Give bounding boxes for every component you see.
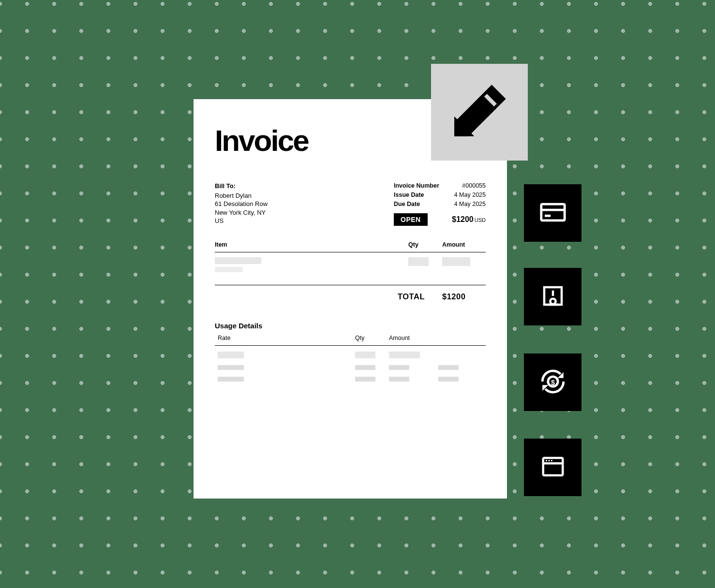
skeleton-placeholder xyxy=(355,352,375,358)
skeleton-placeholder xyxy=(438,377,459,382)
line-items-header: Item Qty Amount xyxy=(215,241,486,252)
total-label: TOTAL xyxy=(398,292,442,301)
skeleton-placeholder xyxy=(218,365,244,370)
status-badge: OPEN xyxy=(394,213,428,226)
usage-header-rate: Rate xyxy=(215,335,355,341)
amount-due-value: $1200 xyxy=(452,215,474,223)
application-window-icon xyxy=(540,454,566,482)
col-header-amount: Amount xyxy=(442,241,486,248)
invoice-number-value: #000055 xyxy=(462,182,486,190)
usage-row xyxy=(215,370,486,382)
edit-invoice-button[interactable] xyxy=(431,64,528,161)
line-item-row xyxy=(215,252,486,285)
skeleton-placeholder xyxy=(442,257,470,266)
svg-rect-0 xyxy=(541,204,564,220)
usage-header-amount: Amount xyxy=(389,335,486,341)
usage-row xyxy=(215,346,486,358)
invoice-meta-row: Bill To: Robert Dylan 61 Desolation Row … xyxy=(215,182,486,226)
amount-due: $1200USD xyxy=(452,215,486,224)
skeleton-placeholder xyxy=(389,365,409,370)
skeleton-placeholder xyxy=(355,377,375,382)
application-window-button[interactable] xyxy=(524,439,581,496)
bill-to-name: Robert Dylan xyxy=(215,191,268,200)
skeleton-placeholder xyxy=(215,257,261,264)
usage-header-qty: Qty xyxy=(355,335,389,341)
invoice-number-label: Invoice Number xyxy=(394,182,439,190)
invoice-meta-kv: Invoice Number#000055 Issue Date4 May 20… xyxy=(394,182,486,226)
bill-to-label: Bill To: xyxy=(215,182,268,191)
bank-building-icon xyxy=(540,283,566,311)
payment-card-button[interactable] xyxy=(524,184,581,242)
bill-to-address2: New York City, NY xyxy=(215,208,268,217)
skeleton-placeholder xyxy=(215,267,243,272)
currency-sync-button[interactable]: $ xyxy=(524,353,581,411)
usage-details-section: Usage Details Rate Qty Amount xyxy=(215,322,486,382)
line-items-table: Item Qty Amount TOTAL $1200 xyxy=(215,241,486,301)
amount-due-currency: USD xyxy=(475,217,486,223)
pencil-icon xyxy=(450,82,509,143)
issue-date-label: Issue Date xyxy=(394,191,424,199)
svg-point-11 xyxy=(545,460,547,461)
credit-card-icon xyxy=(539,198,567,228)
col-header-item: Item xyxy=(215,241,408,248)
svg-point-12 xyxy=(548,460,550,461)
svg-text:$: $ xyxy=(551,379,554,386)
due-date-label: Due Date xyxy=(394,200,420,208)
usage-row xyxy=(215,358,486,370)
skeleton-placeholder xyxy=(218,377,244,382)
skeleton-placeholder xyxy=(218,352,244,358)
bill-to-block: Bill To: Robert Dylan 61 Desolation Row … xyxy=(215,182,268,226)
skeleton-placeholder xyxy=(408,257,429,266)
bill-to-address1: 61 Desolation Row xyxy=(215,200,268,208)
skeleton-placeholder xyxy=(389,377,409,382)
svg-point-13 xyxy=(551,460,552,461)
col-header-qty: Qty xyxy=(408,241,442,248)
skeleton-placeholder xyxy=(355,365,375,370)
svg-point-5 xyxy=(550,298,555,304)
skeleton-placeholder xyxy=(389,352,420,358)
usage-header: Rate Qty Amount xyxy=(215,335,486,346)
bank-button[interactable] xyxy=(524,268,581,325)
total-row: TOTAL $1200 xyxy=(215,285,486,301)
due-date-value: 4 May 2025 xyxy=(454,200,486,208)
issue-date-value: 4 May 2025 xyxy=(454,191,486,199)
skeleton-placeholder xyxy=(438,365,459,370)
usage-details-title: Usage Details xyxy=(215,322,486,330)
currency-sync-icon: $ xyxy=(539,368,567,397)
bill-to-country: US xyxy=(215,217,268,225)
total-value: $1200 xyxy=(442,292,486,301)
